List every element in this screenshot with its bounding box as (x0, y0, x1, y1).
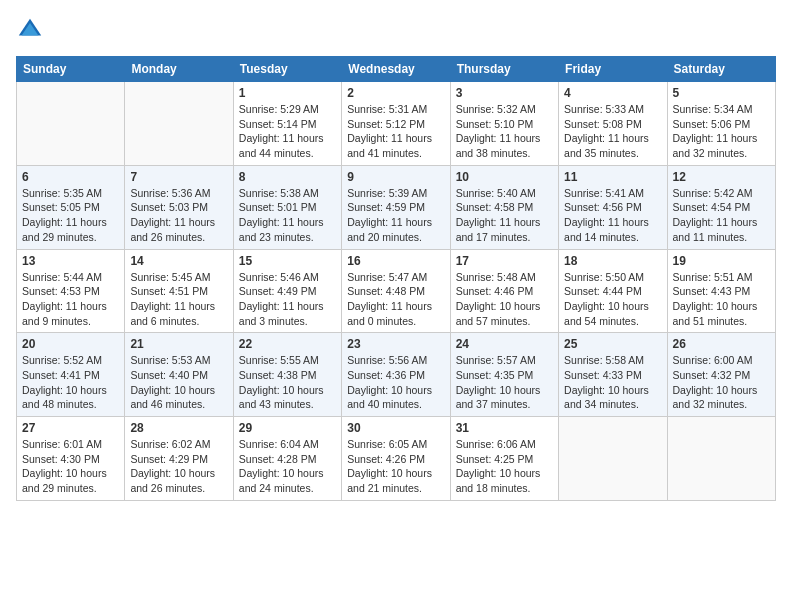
calendar-cell: 23Sunrise: 5:56 AMSunset: 4:36 PMDayligh… (342, 333, 450, 417)
calendar-cell: 26Sunrise: 6:00 AMSunset: 4:32 PMDayligh… (667, 333, 775, 417)
weekday-header: Monday (125, 57, 233, 82)
day-number: 19 (673, 254, 770, 268)
day-number: 20 (22, 337, 119, 351)
calendar-cell: 21Sunrise: 5:53 AMSunset: 4:40 PMDayligh… (125, 333, 233, 417)
day-number: 15 (239, 254, 336, 268)
day-info: Sunrise: 5:55 AMSunset: 4:38 PMDaylight:… (239, 353, 336, 412)
calendar-cell: 11Sunrise: 5:41 AMSunset: 4:56 PMDayligh… (559, 165, 667, 249)
day-number: 11 (564, 170, 661, 184)
logo (16, 16, 48, 44)
calendar-cell: 18Sunrise: 5:50 AMSunset: 4:44 PMDayligh… (559, 249, 667, 333)
day-number: 9 (347, 170, 444, 184)
day-number: 25 (564, 337, 661, 351)
calendar-cell: 19Sunrise: 5:51 AMSunset: 4:43 PMDayligh… (667, 249, 775, 333)
day-number: 5 (673, 86, 770, 100)
calendar-cell (667, 417, 775, 501)
day-info: Sunrise: 5:41 AMSunset: 4:56 PMDaylight:… (564, 186, 661, 245)
day-number: 7 (130, 170, 227, 184)
day-info: Sunrise: 5:34 AMSunset: 5:06 PMDaylight:… (673, 102, 770, 161)
weekday-header: Wednesday (342, 57, 450, 82)
day-info: Sunrise: 5:48 AMSunset: 4:46 PMDaylight:… (456, 270, 553, 329)
day-number: 29 (239, 421, 336, 435)
weekday-header: Friday (559, 57, 667, 82)
calendar-cell: 16Sunrise: 5:47 AMSunset: 4:48 PMDayligh… (342, 249, 450, 333)
calendar-header-row: SundayMondayTuesdayWednesdayThursdayFrid… (17, 57, 776, 82)
calendar-cell: 5Sunrise: 5:34 AMSunset: 5:06 PMDaylight… (667, 82, 775, 166)
day-number: 16 (347, 254, 444, 268)
calendar-cell: 6Sunrise: 5:35 AMSunset: 5:05 PMDaylight… (17, 165, 125, 249)
day-info: Sunrise: 5:38 AMSunset: 5:01 PMDaylight:… (239, 186, 336, 245)
calendar-cell: 15Sunrise: 5:46 AMSunset: 4:49 PMDayligh… (233, 249, 341, 333)
calendar-cell: 27Sunrise: 6:01 AMSunset: 4:30 PMDayligh… (17, 417, 125, 501)
day-info: Sunrise: 5:44 AMSunset: 4:53 PMDaylight:… (22, 270, 119, 329)
calendar-cell: 17Sunrise: 5:48 AMSunset: 4:46 PMDayligh… (450, 249, 558, 333)
calendar-cell: 10Sunrise: 5:40 AMSunset: 4:58 PMDayligh… (450, 165, 558, 249)
day-info: Sunrise: 6:00 AMSunset: 4:32 PMDaylight:… (673, 353, 770, 412)
day-number: 4 (564, 86, 661, 100)
day-number: 24 (456, 337, 553, 351)
calendar-week-row: 13Sunrise: 5:44 AMSunset: 4:53 PMDayligh… (17, 249, 776, 333)
calendar-cell: 4Sunrise: 5:33 AMSunset: 5:08 PMDaylight… (559, 82, 667, 166)
day-number: 6 (22, 170, 119, 184)
day-info: Sunrise: 5:52 AMSunset: 4:41 PMDaylight:… (22, 353, 119, 412)
day-number: 12 (673, 170, 770, 184)
calendar-week-row: 6Sunrise: 5:35 AMSunset: 5:05 PMDaylight… (17, 165, 776, 249)
day-info: Sunrise: 5:51 AMSunset: 4:43 PMDaylight:… (673, 270, 770, 329)
calendar-cell: 14Sunrise: 5:45 AMSunset: 4:51 PMDayligh… (125, 249, 233, 333)
day-info: Sunrise: 5:31 AMSunset: 5:12 PMDaylight:… (347, 102, 444, 161)
calendar-cell: 20Sunrise: 5:52 AMSunset: 4:41 PMDayligh… (17, 333, 125, 417)
day-info: Sunrise: 5:40 AMSunset: 4:58 PMDaylight:… (456, 186, 553, 245)
calendar-cell (125, 82, 233, 166)
day-info: Sunrise: 5:42 AMSunset: 4:54 PMDaylight:… (673, 186, 770, 245)
calendar-cell: 1Sunrise: 5:29 AMSunset: 5:14 PMDaylight… (233, 82, 341, 166)
calendar-cell (17, 82, 125, 166)
day-info: Sunrise: 6:05 AMSunset: 4:26 PMDaylight:… (347, 437, 444, 496)
day-info: Sunrise: 6:04 AMSunset: 4:28 PMDaylight:… (239, 437, 336, 496)
logo-icon (16, 16, 44, 44)
day-number: 26 (673, 337, 770, 351)
calendar-cell: 3Sunrise: 5:32 AMSunset: 5:10 PMDaylight… (450, 82, 558, 166)
day-number: 10 (456, 170, 553, 184)
day-info: Sunrise: 5:29 AMSunset: 5:14 PMDaylight:… (239, 102, 336, 161)
calendar-cell: 13Sunrise: 5:44 AMSunset: 4:53 PMDayligh… (17, 249, 125, 333)
weekday-header: Tuesday (233, 57, 341, 82)
day-info: Sunrise: 6:01 AMSunset: 4:30 PMDaylight:… (22, 437, 119, 496)
day-info: Sunrise: 5:36 AMSunset: 5:03 PMDaylight:… (130, 186, 227, 245)
day-number: 23 (347, 337, 444, 351)
day-number: 17 (456, 254, 553, 268)
calendar-cell: 30Sunrise: 6:05 AMSunset: 4:26 PMDayligh… (342, 417, 450, 501)
weekday-header: Sunday (17, 57, 125, 82)
day-number: 8 (239, 170, 336, 184)
calendar-cell: 24Sunrise: 5:57 AMSunset: 4:35 PMDayligh… (450, 333, 558, 417)
day-info: Sunrise: 5:56 AMSunset: 4:36 PMDaylight:… (347, 353, 444, 412)
page-header (16, 16, 776, 44)
day-number: 2 (347, 86, 444, 100)
day-number: 28 (130, 421, 227, 435)
day-info: Sunrise: 5:32 AMSunset: 5:10 PMDaylight:… (456, 102, 553, 161)
calendar-week-row: 20Sunrise: 5:52 AMSunset: 4:41 PMDayligh… (17, 333, 776, 417)
weekday-header: Saturday (667, 57, 775, 82)
calendar-cell (559, 417, 667, 501)
day-info: Sunrise: 5:57 AMSunset: 4:35 PMDaylight:… (456, 353, 553, 412)
day-info: Sunrise: 5:50 AMSunset: 4:44 PMDaylight:… (564, 270, 661, 329)
day-number: 18 (564, 254, 661, 268)
day-info: Sunrise: 6:02 AMSunset: 4:29 PMDaylight:… (130, 437, 227, 496)
day-number: 14 (130, 254, 227, 268)
calendar-cell: 12Sunrise: 5:42 AMSunset: 4:54 PMDayligh… (667, 165, 775, 249)
day-info: Sunrise: 5:33 AMSunset: 5:08 PMDaylight:… (564, 102, 661, 161)
calendar-week-row: 1Sunrise: 5:29 AMSunset: 5:14 PMDaylight… (17, 82, 776, 166)
calendar-cell: 29Sunrise: 6:04 AMSunset: 4:28 PMDayligh… (233, 417, 341, 501)
day-info: Sunrise: 6:06 AMSunset: 4:25 PMDaylight:… (456, 437, 553, 496)
calendar-cell: 7Sunrise: 5:36 AMSunset: 5:03 PMDaylight… (125, 165, 233, 249)
day-number: 3 (456, 86, 553, 100)
calendar-cell: 2Sunrise: 5:31 AMSunset: 5:12 PMDaylight… (342, 82, 450, 166)
day-number: 31 (456, 421, 553, 435)
calendar-week-row: 27Sunrise: 6:01 AMSunset: 4:30 PMDayligh… (17, 417, 776, 501)
day-number: 21 (130, 337, 227, 351)
weekday-header: Thursday (450, 57, 558, 82)
calendar-cell: 28Sunrise: 6:02 AMSunset: 4:29 PMDayligh… (125, 417, 233, 501)
day-number: 13 (22, 254, 119, 268)
calendar-cell: 9Sunrise: 5:39 AMSunset: 4:59 PMDaylight… (342, 165, 450, 249)
day-info: Sunrise: 5:47 AMSunset: 4:48 PMDaylight:… (347, 270, 444, 329)
day-number: 22 (239, 337, 336, 351)
